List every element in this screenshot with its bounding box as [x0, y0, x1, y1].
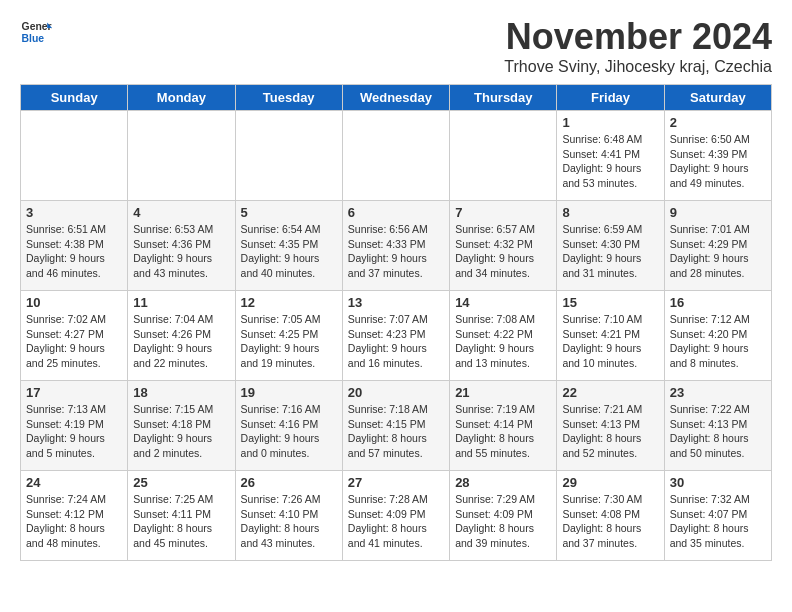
- calendar-week-row: 24Sunrise: 7:24 AM Sunset: 4:12 PM Dayli…: [21, 471, 772, 561]
- day-number: 10: [26, 295, 122, 310]
- day-info: Sunrise: 7:07 AM Sunset: 4:23 PM Dayligh…: [348, 312, 444, 371]
- weekday-header: Wednesday: [342, 85, 449, 111]
- calendar-cell: 13Sunrise: 7:07 AM Sunset: 4:23 PM Dayli…: [342, 291, 449, 381]
- page-header: General Blue November 2024 Trhove Sviny,…: [20, 16, 772, 76]
- day-number: 19: [241, 385, 337, 400]
- day-number: 28: [455, 475, 551, 490]
- day-info: Sunrise: 7:30 AM Sunset: 4:08 PM Dayligh…: [562, 492, 658, 551]
- calendar-cell: 11Sunrise: 7:04 AM Sunset: 4:26 PM Dayli…: [128, 291, 235, 381]
- day-number: 20: [348, 385, 444, 400]
- day-number: 3: [26, 205, 122, 220]
- weekday-header: Monday: [128, 85, 235, 111]
- day-number: 29: [562, 475, 658, 490]
- calendar-cell: 12Sunrise: 7:05 AM Sunset: 4:25 PM Dayli…: [235, 291, 342, 381]
- day-info: Sunrise: 7:28 AM Sunset: 4:09 PM Dayligh…: [348, 492, 444, 551]
- calendar-cell: 7Sunrise: 6:57 AM Sunset: 4:32 PM Daylig…: [450, 201, 557, 291]
- day-number: 5: [241, 205, 337, 220]
- calendar-cell: 10Sunrise: 7:02 AM Sunset: 4:27 PM Dayli…: [21, 291, 128, 381]
- calendar-cell: 29Sunrise: 7:30 AM Sunset: 4:08 PM Dayli…: [557, 471, 664, 561]
- day-number: 13: [348, 295, 444, 310]
- day-info: Sunrise: 7:01 AM Sunset: 4:29 PM Dayligh…: [670, 222, 766, 281]
- calendar-cell: 17Sunrise: 7:13 AM Sunset: 4:19 PM Dayli…: [21, 381, 128, 471]
- logo: General Blue: [20, 16, 52, 48]
- title-area: November 2024 Trhove Sviny, Jihocesky kr…: [504, 16, 772, 76]
- weekday-header: Sunday: [21, 85, 128, 111]
- calendar-cell: [128, 111, 235, 201]
- weekday-header: Thursday: [450, 85, 557, 111]
- weekday-header: Friday: [557, 85, 664, 111]
- day-info: Sunrise: 7:22 AM Sunset: 4:13 PM Dayligh…: [670, 402, 766, 461]
- calendar-cell: 9Sunrise: 7:01 AM Sunset: 4:29 PM Daylig…: [664, 201, 771, 291]
- day-info: Sunrise: 6:53 AM Sunset: 4:36 PM Dayligh…: [133, 222, 229, 281]
- day-number: 26: [241, 475, 337, 490]
- day-info: Sunrise: 7:32 AM Sunset: 4:07 PM Dayligh…: [670, 492, 766, 551]
- calendar-cell: 15Sunrise: 7:10 AM Sunset: 4:21 PM Dayli…: [557, 291, 664, 381]
- day-info: Sunrise: 7:08 AM Sunset: 4:22 PM Dayligh…: [455, 312, 551, 371]
- calendar-table: SundayMondayTuesdayWednesdayThursdayFrid…: [20, 84, 772, 561]
- calendar-cell: 22Sunrise: 7:21 AM Sunset: 4:13 PM Dayli…: [557, 381, 664, 471]
- day-info: Sunrise: 6:48 AM Sunset: 4:41 PM Dayligh…: [562, 132, 658, 191]
- day-number: 30: [670, 475, 766, 490]
- logo-icon: General Blue: [20, 16, 52, 48]
- calendar-cell: 6Sunrise: 6:56 AM Sunset: 4:33 PM Daylig…: [342, 201, 449, 291]
- weekday-header-row: SundayMondayTuesdayWednesdayThursdayFrid…: [21, 85, 772, 111]
- day-info: Sunrise: 7:18 AM Sunset: 4:15 PM Dayligh…: [348, 402, 444, 461]
- calendar-cell: 18Sunrise: 7:15 AM Sunset: 4:18 PM Dayli…: [128, 381, 235, 471]
- day-info: Sunrise: 6:50 AM Sunset: 4:39 PM Dayligh…: [670, 132, 766, 191]
- calendar-cell: 20Sunrise: 7:18 AM Sunset: 4:15 PM Dayli…: [342, 381, 449, 471]
- day-info: Sunrise: 7:02 AM Sunset: 4:27 PM Dayligh…: [26, 312, 122, 371]
- calendar-cell: 4Sunrise: 6:53 AM Sunset: 4:36 PM Daylig…: [128, 201, 235, 291]
- day-number: 4: [133, 205, 229, 220]
- day-info: Sunrise: 7:05 AM Sunset: 4:25 PM Dayligh…: [241, 312, 337, 371]
- day-number: 22: [562, 385, 658, 400]
- calendar-cell: 16Sunrise: 7:12 AM Sunset: 4:20 PM Dayli…: [664, 291, 771, 381]
- calendar-week-row: 3Sunrise: 6:51 AM Sunset: 4:38 PM Daylig…: [21, 201, 772, 291]
- day-info: Sunrise: 7:10 AM Sunset: 4:21 PM Dayligh…: [562, 312, 658, 371]
- calendar-cell: 25Sunrise: 7:25 AM Sunset: 4:11 PM Dayli…: [128, 471, 235, 561]
- day-info: Sunrise: 7:25 AM Sunset: 4:11 PM Dayligh…: [133, 492, 229, 551]
- day-number: 9: [670, 205, 766, 220]
- calendar-cell: [21, 111, 128, 201]
- calendar-cell: [342, 111, 449, 201]
- day-info: Sunrise: 6:54 AM Sunset: 4:35 PM Dayligh…: [241, 222, 337, 281]
- day-info: Sunrise: 7:04 AM Sunset: 4:26 PM Dayligh…: [133, 312, 229, 371]
- day-info: Sunrise: 6:59 AM Sunset: 4:30 PM Dayligh…: [562, 222, 658, 281]
- day-number: 21: [455, 385, 551, 400]
- day-info: Sunrise: 7:26 AM Sunset: 4:10 PM Dayligh…: [241, 492, 337, 551]
- calendar-cell: 1Sunrise: 6:48 AM Sunset: 4:41 PM Daylig…: [557, 111, 664, 201]
- calendar-cell: 28Sunrise: 7:29 AM Sunset: 4:09 PM Dayli…: [450, 471, 557, 561]
- day-info: Sunrise: 7:24 AM Sunset: 4:12 PM Dayligh…: [26, 492, 122, 551]
- day-number: 16: [670, 295, 766, 310]
- day-number: 15: [562, 295, 658, 310]
- day-number: 2: [670, 115, 766, 130]
- location-title: Trhove Sviny, Jihocesky kraj, Czechia: [504, 58, 772, 76]
- day-info: Sunrise: 6:56 AM Sunset: 4:33 PM Dayligh…: [348, 222, 444, 281]
- calendar-cell: 14Sunrise: 7:08 AM Sunset: 4:22 PM Dayli…: [450, 291, 557, 381]
- calendar-week-row: 17Sunrise: 7:13 AM Sunset: 4:19 PM Dayli…: [21, 381, 772, 471]
- weekday-header: Tuesday: [235, 85, 342, 111]
- day-number: 23: [670, 385, 766, 400]
- day-number: 12: [241, 295, 337, 310]
- day-number: 17: [26, 385, 122, 400]
- calendar-cell: 8Sunrise: 6:59 AM Sunset: 4:30 PM Daylig…: [557, 201, 664, 291]
- calendar-week-row: 10Sunrise: 7:02 AM Sunset: 4:27 PM Dayli…: [21, 291, 772, 381]
- day-number: 11: [133, 295, 229, 310]
- month-title: November 2024: [504, 16, 772, 58]
- day-number: 8: [562, 205, 658, 220]
- day-info: Sunrise: 6:57 AM Sunset: 4:32 PM Dayligh…: [455, 222, 551, 281]
- calendar-cell: [235, 111, 342, 201]
- calendar-cell: 30Sunrise: 7:32 AM Sunset: 4:07 PM Dayli…: [664, 471, 771, 561]
- day-info: Sunrise: 7:16 AM Sunset: 4:16 PM Dayligh…: [241, 402, 337, 461]
- calendar-cell: 26Sunrise: 7:26 AM Sunset: 4:10 PM Dayli…: [235, 471, 342, 561]
- day-number: 6: [348, 205, 444, 220]
- day-number: 18: [133, 385, 229, 400]
- calendar-cell: [450, 111, 557, 201]
- day-info: Sunrise: 7:29 AM Sunset: 4:09 PM Dayligh…: [455, 492, 551, 551]
- calendar-cell: 3Sunrise: 6:51 AM Sunset: 4:38 PM Daylig…: [21, 201, 128, 291]
- calendar-cell: 21Sunrise: 7:19 AM Sunset: 4:14 PM Dayli…: [450, 381, 557, 471]
- calendar-cell: 24Sunrise: 7:24 AM Sunset: 4:12 PM Dayli…: [21, 471, 128, 561]
- calendar-cell: 23Sunrise: 7:22 AM Sunset: 4:13 PM Dayli…: [664, 381, 771, 471]
- svg-text:Blue: Blue: [22, 33, 45, 44]
- day-info: Sunrise: 7:13 AM Sunset: 4:19 PM Dayligh…: [26, 402, 122, 461]
- calendar-cell: 27Sunrise: 7:28 AM Sunset: 4:09 PM Dayli…: [342, 471, 449, 561]
